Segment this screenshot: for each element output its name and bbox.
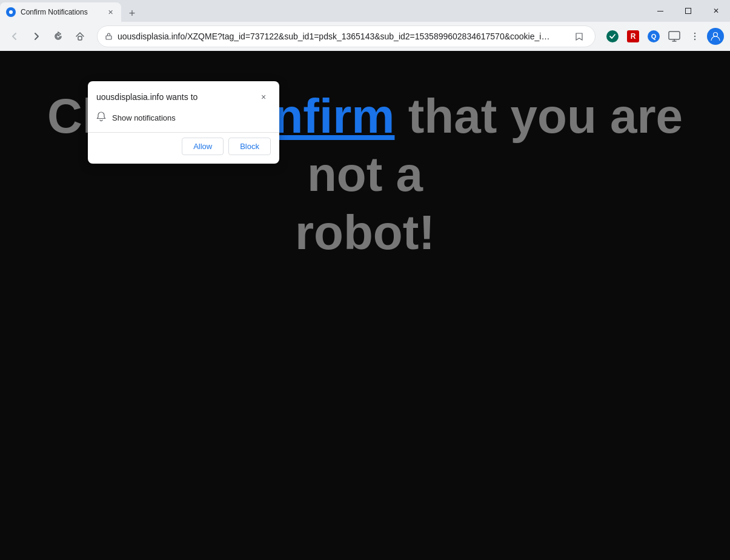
tab-bar: Confirm Notifications ✕ +: [0, 0, 646, 22]
home-button[interactable]: [70, 27, 90, 46]
page-content: Clic ck confirm that you are not a robot…: [0, 51, 730, 560]
svg-point-7: [694, 33, 695, 34]
svg-rect-5: [106, 36, 111, 39]
browser-actions: R Q: [603, 27, 725, 46]
address-bar[interactable]: uousdisplasia.info/XZQME?tag_id=737122&s…: [97, 25, 596, 47]
new-tab-button[interactable]: +: [124, 5, 141, 22]
q-ext-icon: Q: [648, 30, 660, 42]
dialog-header: uousdisplasia.info wants to ×: [88, 81, 279, 109]
notification-dialog: uousdisplasia.info wants to × Show notif…: [88, 81, 279, 164]
allow-button[interactable]: Allow: [182, 138, 224, 155]
q-extension-button[interactable]: Q: [644, 27, 663, 46]
chrome-window: Confirm Notifications ✕ + ✕: [0, 0, 730, 560]
nav-bar: uousdisplasia.info/XZQME?tag_id=737122&s…: [0, 22, 730, 51]
svg-rect-3: [686, 8, 691, 14]
minimize-button[interactable]: [646, 0, 674, 22]
tab-title: Confirm Notifications: [21, 8, 101, 16]
window-controls: ✕: [646, 0, 730, 22]
r-ext-icon: R: [627, 30, 639, 42]
svg-rect-4: [78, 36, 82, 40]
profile-avatar: [707, 28, 724, 45]
dialog-actions: Allow Block: [88, 132, 279, 164]
maximize-button[interactable]: [674, 0, 702, 22]
active-tab[interactable]: Confirm Notifications ✕: [0, 2, 121, 22]
kaspersky-extension-button[interactable]: [603, 27, 622, 46]
dialog-permission-row: Show notifications: [88, 109, 279, 132]
profile-button[interactable]: [706, 27, 725, 46]
close-button[interactable]: ✕: [702, 0, 730, 22]
block-button[interactable]: Block: [228, 138, 271, 155]
dialog-close-button[interactable]: ×: [256, 90, 271, 104]
svg-point-9: [694, 39, 695, 40]
bookmark-button[interactable]: [571, 28, 588, 45]
more-options-button[interactable]: [685, 27, 705, 46]
refresh-button[interactable]: [48, 27, 68, 46]
svg-point-1: [9, 10, 13, 14]
monitor-extension-button[interactable]: [665, 27, 684, 46]
tab-close-button[interactable]: ✕: [105, 7, 115, 17]
svg-rect-2: [657, 11, 663, 12]
lock-icon: [105, 32, 113, 42]
tab-favicon: [6, 7, 16, 17]
permission-text: Show notifications: [112, 113, 176, 122]
svg-point-8: [694, 36, 695, 37]
forward-button[interactable]: [27, 27, 46, 46]
svg-rect-6: [669, 32, 680, 39]
dialog-title: uousdisplasia.info wants to: [96, 92, 197, 102]
page-line2: robot!: [24, 204, 706, 262]
back-button[interactable]: [5, 27, 24, 46]
bell-icon: [96, 112, 106, 124]
title-bar: Confirm Notifications ✕ + ✕: [0, 0, 730, 22]
r-extension-button[interactable]: R: [623, 27, 643, 46]
address-text: uousdisplasia.info/XZQME?tag_id=737122&s…: [118, 32, 566, 41]
address-actions: [571, 28, 588, 45]
